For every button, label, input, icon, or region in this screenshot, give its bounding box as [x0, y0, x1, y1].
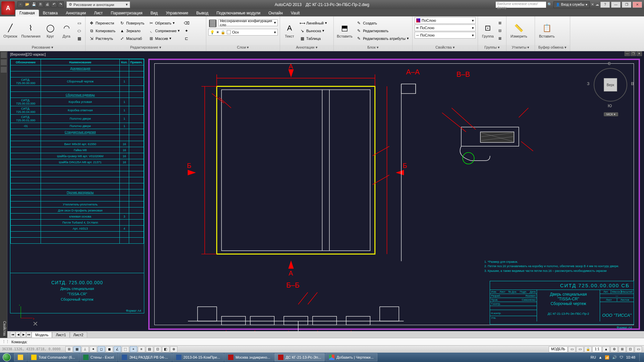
cmd-handle-icon[interactable]: ⋮⋮ — [2, 340, 9, 344]
panel-layers-label[interactable]: Слои ▾ — [206, 45, 280, 51]
explode-button[interactable]: ✦ — [182, 27, 191, 35]
minimize-button[interactable]: — — [611, 2, 621, 8]
layer-dropdown[interactable]: 💡☀🔒 Осн▾ — [208, 29, 278, 36]
trim-button[interactable]: ✂Обрезать ▾ — [147, 19, 181, 27]
leader-button[interactable]: ↘Выноска ▾ — [298, 27, 328, 35]
language-indicator[interactable]: RU — [591, 355, 596, 359]
qat-new-icon[interactable]: ▫ — [17, 1, 23, 7]
grid-button[interactable]: ▦ — [73, 346, 81, 352]
hw-icon[interactable]: ⊞ — [619, 346, 626, 352]
viewcube-n[interactable]: С — [608, 61, 611, 66]
tray-flag-icon[interactable]: ▲ — [599, 355, 602, 359]
doc-max-button[interactable]: ❐ — [631, 51, 636, 56]
dyn-button[interactable]: + — [130, 346, 137, 352]
panel-props-label[interactable]: Свойства ▾ — [413, 45, 478, 51]
viewcube-top[interactable]: Верх — [604, 78, 617, 92]
search-icon[interactable]: 🔍 — [547, 2, 552, 7]
help-button[interactable]: ? — [600, 2, 610, 8]
document-area[interactable]: [Верхняя][2D каркас] — ❐ ✕ ОбозначениеНа… — [7, 51, 644, 338]
task-word1[interactable]: ЭНЦ РАЗДЕЛ РВ 04-... — [118, 353, 171, 361]
measure-button[interactable]: 📏Измерить — [508, 22, 529, 39]
viewcube-wcs[interactable]: МСК ▾ — [604, 112, 618, 116]
insert-button[interactable]: ⬒Вставить — [336, 22, 354, 39]
table-button[interactable]: ▦Таблица — [298, 35, 328, 42]
cloud-icon[interactable]: ☁ — [595, 2, 599, 7]
offset-button[interactable]: ⊏ — [182, 35, 191, 42]
task-excel[interactable]: Стены - Excel — [79, 353, 118, 361]
viewcube-e[interactable]: В — [631, 81, 634, 86]
clock[interactable]: 10:48 — [626, 355, 635, 359]
qv-layouts-icon[interactable]: ▭ — [568, 346, 576, 352]
array-button[interactable]: ⊞Массив ▾ — [147, 35, 181, 42]
task-acad1[interactable]: Москва эндикрино... — [224, 353, 274, 361]
lwt-button[interactable]: ≡ — [138, 346, 145, 352]
palette-button[interactable] — [0, 52, 7, 58]
arc-button[interactable]: ◠Дуга — [59, 22, 74, 39]
circle-button[interactable]: ◯Круг — [43, 22, 58, 39]
panel-draw-label[interactable]: Рисование ▾ — [0, 45, 85, 51]
tray-network-icon[interactable]: 📶 — [605, 355, 609, 360]
rect-button[interactable]: ▭ — [75, 19, 83, 27]
move-button[interactable]: ✥Перенести — [88, 19, 117, 27]
nav-last-icon[interactable]: ⏭ — [26, 332, 32, 337]
panel-annot-label[interactable]: Аннотации ▾ — [280, 45, 333, 51]
nav-prev-icon[interactable]: ◀ — [15, 332, 21, 337]
maximize-button[interactable]: ❐ — [622, 2, 631, 8]
hatch-button[interactable]: ▦ — [75, 35, 83, 42]
qv-drawings-icon[interactable]: ▭ — [576, 346, 584, 352]
paste-button[interactable]: 📋Вставить — [537, 22, 557, 39]
palette-button[interactable] — [0, 59, 7, 66]
annovis-icon[interactable]: ▲ — [602, 346, 610, 352]
ortho-button[interactable]: ⊥ — [82, 346, 89, 352]
tab-online[interactable]: Онлайн — [264, 10, 287, 16]
palette-button[interactable] — [0, 66, 7, 73]
ellipse-button[interactable]: ⬭ — [75, 27, 83, 35]
task-word2[interactable]: 2013-04-15-КомПре... — [172, 353, 224, 361]
panel-edit-label[interactable]: Редактирование ▾ — [86, 45, 206, 51]
ws-icon[interactable]: ⚙ — [610, 346, 618, 352]
osnap-button[interactable]: ◻ — [98, 346, 105, 352]
rotate-button[interactable]: ↻Повернуть — [118, 19, 146, 27]
dimlinear-button[interactable]: ⟷Линейный ▾ — [298, 19, 328, 27]
am-button[interactable]: ⊕ — [170, 346, 177, 352]
editattr-button[interactable]: ✎Редактировать атрибуты ▾ — [355, 35, 410, 42]
tpy-button[interactable]: ▤ — [146, 346, 153, 352]
grp-icon1[interactable]: ⊞ — [497, 19, 503, 27]
tab-vault[interactable]: Vault — [287, 10, 304, 16]
qat-plot-icon[interactable]: 🖨 — [44, 1, 50, 7]
annotation-scale[interactable]: 1:1 — [592, 346, 602, 352]
copy-button[interactable]: ⧉Копировать — [88, 27, 117, 35]
3dosnap-button[interactable]: ◼ — [106, 346, 113, 352]
erase-button[interactable]: ⌫ — [182, 19, 191, 27]
layerprops-icon[interactable]: ▤ — [208, 17, 217, 28]
fillet-button[interactable]: ◟Сопряжение ▾ — [147, 27, 181, 35]
tab-layout[interactable]: Лист — [90, 10, 107, 16]
grp-icon2[interactable]: ⊟ — [497, 27, 503, 35]
mirror-button[interactable]: ▲Зеркало — [118, 27, 146, 35]
task-tc[interactable]: Total Commander (6... — [28, 353, 79, 361]
task-acad2[interactable]: ДС КГ-21-13-Рс-Эп... — [274, 353, 325, 361]
tab-manage[interactable]: Управление — [162, 10, 192, 16]
exchange-icon[interactable]: ✕ — [591, 2, 594, 7]
clean-icon[interactable]: ▭ — [635, 346, 642, 352]
color-dropdown[interactable]: ПоСлою▾ — [415, 17, 476, 24]
task-explorer[interactable] — [14, 353, 27, 361]
start-button[interactable] — [0, 353, 13, 362]
doc-min-button[interactable]: — — [625, 51, 630, 56]
polyline-button[interactable]: ⌇Полилиния — [20, 22, 42, 39]
show-desktop-button[interactable] — [639, 353, 642, 361]
viewport-label[interactable]: [Верхняя][2D каркас] — [10, 51, 46, 57]
tab-model[interactable]: Модель — [32, 332, 52, 338]
create-button[interactable]: ✎Создать — [355, 19, 410, 27]
group-button[interactable]: ⊡Группа — [480, 22, 496, 39]
search-input[interactable]: Введите ключевое слово/фразу — [496, 2, 546, 8]
editblock-button[interactable]: ✎Редактировать — [355, 27, 410, 35]
tab-view[interactable]: Вид — [147, 10, 162, 16]
lweight-dropdown[interactable]: ━ПоСлою▾ — [415, 24, 476, 31]
ltype-dropdown[interactable]: ─ПоСлою▾ — [415, 32, 476, 39]
qat-open-icon[interactable]: 📂 — [24, 1, 30, 7]
qat-undo-icon[interactable]: ↶ — [51, 1, 57, 7]
qat-save-icon[interactable]: 💾 — [31, 1, 37, 7]
stretch-button[interactable]: ⇲Растянуть — [88, 35, 117, 42]
line-button[interactable]: ╱Отрезок — [2, 22, 19, 39]
